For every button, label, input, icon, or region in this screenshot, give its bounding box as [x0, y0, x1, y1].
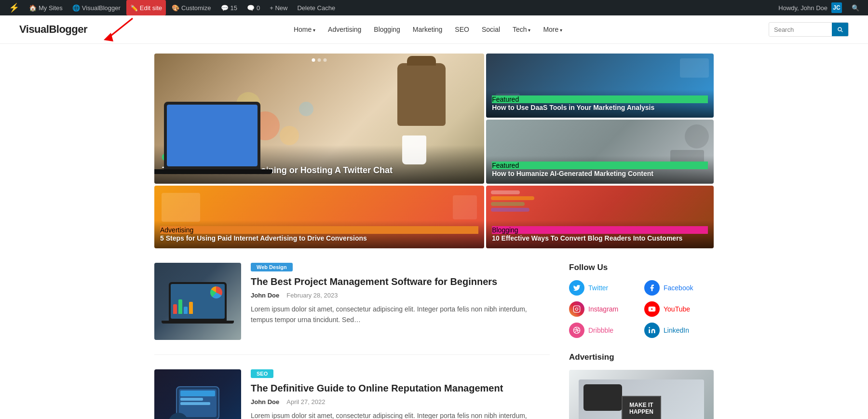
hero-grid: Featured The Ultimate Guide To Joining o… — [154, 54, 714, 248]
blog-post-1: Web Design The Best Project Management S… — [154, 263, 550, 355]
post-2-content: SEO The Definitive Guide to Online Reput… — [251, 369, 550, 419]
edit-icon: ✏️ — [130, 4, 138, 12]
hero-card-advertising[interactable]: Advertising 5 Steps for Using Paid Inter… — [154, 186, 484, 248]
laptop-icon — [169, 282, 227, 321]
hero-card-blogging-tag: Blogging — [492, 226, 708, 234]
instagram-icon — [569, 301, 584, 317]
nav-marketing[interactable]: Marketing — [408, 23, 447, 36]
social-facebook[interactable]: Facebook — [644, 280, 714, 296]
svg-rect-2 — [573, 306, 580, 312]
new-item[interactable]: + New — [266, 0, 291, 15]
post-2-category[interactable]: SEO — [251, 369, 273, 378]
hero-card-blogging[interactable]: Blogging 10 Effective Ways To Convert Bl… — [486, 186, 714, 248]
nav-more[interactable]: More — [538, 23, 567, 36]
post-1-category[interactable]: Web Design — [251, 263, 293, 271]
vb-icon: 🌐 — [72, 4, 80, 12]
customize-item[interactable]: 🎨 Customize — [168, 0, 215, 15]
svg-rect-6 — [649, 329, 650, 333]
nav-social[interactable]: Social — [477, 23, 505, 36]
hero-card-daas-tag: Featured — [492, 95, 708, 103]
advertising-title: Advertising — [569, 352, 714, 362]
nav-tech[interactable]: Tech — [508, 23, 535, 36]
my-sites-item[interactable]: 🏠 My Sites — [25, 0, 67, 15]
twitter-icon — [569, 280, 584, 296]
twitter-label: Twitter — [588, 284, 608, 292]
post-2-thumb-bg — [154, 369, 241, 419]
blog-posts: Web Design The Best Project Management S… — [154, 263, 550, 419]
post-1-author: John Doe — [251, 292, 279, 299]
svg-point-7 — [649, 327, 650, 328]
arrow-indicator — [99, 14, 137, 44]
social-youtube[interactable]: YouTube — [644, 301, 714, 317]
nav-seo[interactable]: SEO — [450, 23, 474, 36]
hero-card-humanize-tag: Featured — [492, 162, 708, 169]
search-icon — [837, 26, 843, 33]
facebook-icon — [644, 280, 660, 296]
comment-bubble-item[interactable]: 🗨️ 0 — [243, 0, 264, 15]
youtube-label: YouTube — [664, 305, 690, 313]
search-box — [769, 22, 849, 37]
advertising-section: Advertising MAKE IT HAPPEN — [569, 352, 714, 419]
admin-bar: ⚡ 🏠 My Sites 🌐 VisualBlogger ✏️ Edit sit… — [0, 0, 868, 15]
comments-icon: 💬 — [221, 4, 229, 12]
search-input[interactable] — [769, 23, 832, 36]
hero-card-daas-overlay: Featured How to Use DaaS Tools in Your M… — [486, 90, 714, 118]
hero-card-advertising-tag: Advertising — [160, 226, 478, 234]
blog-post-2: SEO The Definitive Guide to Online Reput… — [154, 369, 550, 419]
youtube-icon — [644, 301, 660, 317]
linkedin-icon — [644, 323, 660, 338]
comments-item[interactable]: 💬 15 — [217, 0, 241, 15]
hero-card-humanize[interactable]: Featured How to Humanize AI-Generated Ma… — [486, 120, 714, 184]
site-logo[interactable]: VisualBlogger — [19, 23, 87, 36]
social-twitter[interactable]: Twitter — [569, 280, 638, 296]
make-it-line2: HAPPEN — [629, 408, 653, 415]
nav-home[interactable]: Home — [289, 23, 320, 36]
my-sites-icon: 🏠 — [29, 4, 37, 12]
make-it-sign: MAKE IT HAPPEN — [622, 396, 661, 419]
delete-cache-item[interactable]: Delete Cache — [293, 0, 339, 15]
customize-icon: 🎨 — [172, 4, 179, 12]
nav-blogging[interactable]: Blogging — [369, 23, 405, 36]
social-instagram[interactable]: Instagram — [569, 301, 638, 317]
post-1-thumb-bg — [154, 263, 241, 340]
dribbble-label: Dribbble — [588, 326, 613, 334]
svg-point-3 — [578, 307, 579, 308]
social-linkedin[interactable]: LinkedIn — [644, 323, 714, 338]
post-2-title[interactable]: The Definitive Guide to Online Reputatio… — [251, 382, 550, 394]
linkedin-label: LinkedIn — [664, 326, 689, 334]
post-2-author: John Doe — [251, 398, 279, 405]
dot-2 — [318, 58, 321, 62]
post-1-thumbnail[interactable] — [154, 263, 241, 340]
sidebar-ad-card[interactable]: MAKE IT HAPPEN How to Optimize AdCenter … — [569, 370, 714, 419]
svg-line-0 — [108, 18, 133, 38]
dot-3 — [324, 58, 327, 62]
admin-bar-right: Howdy, John Doe JC 🔍 — [774, 2, 863, 13]
dribbble-icon — [569, 323, 584, 338]
main-nav: Home Advertising Blogging Marketing SEO … — [289, 23, 567, 36]
wp-logo-item[interactable]: ⚡ — [5, 0, 23, 15]
post-1-excerpt: Lorem ipsum dolor sit amet, consectetur … — [251, 304, 550, 325]
hero-card-daas[interactable]: Featured How to Use DaaS Tools in Your M… — [486, 54, 714, 118]
post-1-content: Web Design The Best Project Management S… — [251, 263, 550, 340]
post-2-date: April 27, 2022 — [286, 398, 325, 405]
search-button[interactable] — [832, 23, 848, 36]
post-1-title[interactable]: The Best Project Management Software for… — [251, 275, 550, 288]
social-dribbble[interactable]: Dribbble — [569, 323, 638, 338]
search-admin-item[interactable]: 🔍 — [848, 4, 863, 12]
post-1-meta: John Doe February 28, 2023 — [251, 292, 550, 299]
social-grid: Twitter Facebook Instagr — [569, 280, 714, 338]
edit-site-label: Edit site — [140, 4, 162, 12]
post-1-date: February 28, 2023 — [286, 292, 338, 299]
hero-card-blogging-overlay: Blogging 10 Effective Ways To Convert Bl… — [486, 220, 714, 248]
follow-us-section: Follow Us Twitter Facebook — [569, 263, 714, 338]
facebook-label: Facebook — [664, 284, 693, 292]
hero-main[interactable]: Featured The Ultimate Guide To Joining o… — [154, 54, 484, 184]
visual-blogger-label: VisualBlogger — [82, 4, 121, 12]
make-it-line1: MAKE IT — [629, 402, 653, 408]
comment-bubble-icon: 🗨️ — [247, 4, 255, 12]
site-wrapper: VisualBlogger Home Advertising Blogging … — [0, 15, 868, 419]
post-2-meta: John Doe April 27, 2022 — [251, 398, 550, 405]
howdy-item[interactable]: Howdy, John Doe JC — [774, 2, 846, 13]
post-2-thumbnail[interactable] — [154, 369, 241, 419]
nav-advertising[interactable]: Advertising — [323, 23, 366, 36]
